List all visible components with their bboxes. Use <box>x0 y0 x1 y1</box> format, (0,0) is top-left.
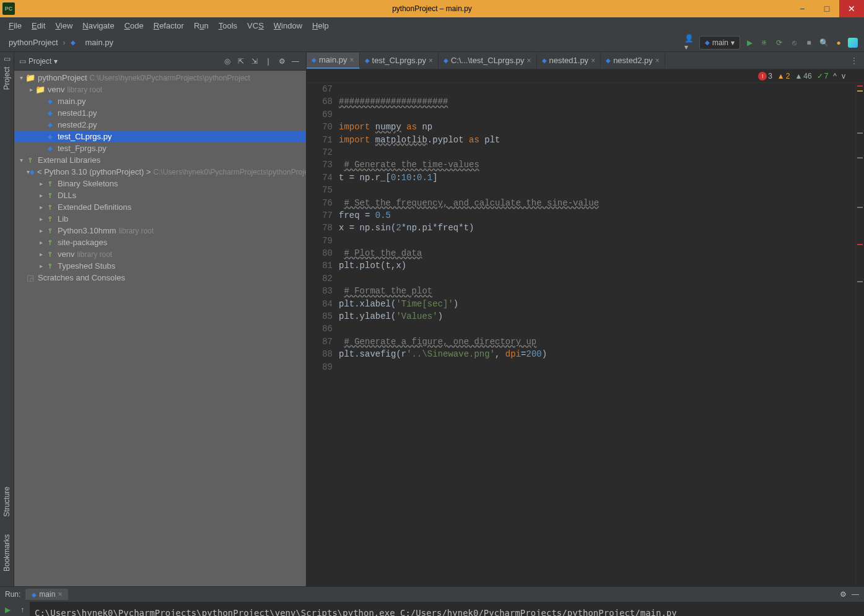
stop-button[interactable]: ■ <box>803 37 814 48</box>
error-count[interactable]: !3 <box>758 72 772 80</box>
structure-tool-tab[interactable]: Structure <box>1 484 12 519</box>
more-icon[interactable]: ⋮ <box>844 56 864 65</box>
menu-edit[interactable]: Edit <box>27 19 50 32</box>
menu-bar: File Edit View Navigate Code Refactor Ru… <box>0 17 864 33</box>
tree-row[interactable]: ▸⫯venvlibrary root <box>14 248 306 260</box>
run-config-label: main <box>712 38 728 47</box>
editor-tab[interactable]: ◆main.py× <box>307 53 360 69</box>
gutter: 6768697071727374757677787980818283848586… <box>307 83 339 586</box>
tree-row[interactable]: ▸⫯Extended Definitions <box>14 201 306 213</box>
close-icon[interactable]: × <box>58 590 62 599</box>
tree-row[interactable]: ▸⫯site-packages <box>14 236 306 248</box>
editor-area: ◆main.py×◆test_CLprgs.py×◆C:\...\test_CL… <box>307 52 864 586</box>
tree-row[interactable]: ▸⫯Python3.10hmmlibrary root <box>14 225 306 236</box>
menu-refactor[interactable]: Refactor <box>149 19 189 32</box>
tree-row[interactable]: ◆main.py <box>14 95 306 107</box>
menu-file[interactable]: File <box>4 19 27 32</box>
collapse-icon[interactable]: ⇲ <box>249 56 260 67</box>
weak-warning-count[interactable]: ▲ 46 <box>795 72 811 80</box>
bookmarks-tool-tab[interactable]: Bookmarks <box>1 532 12 574</box>
close-icon[interactable]: × <box>350 56 354 64</box>
tree-row[interactable]: ▾◆< Python 3.10 (pythonProject) >C:\User… <box>14 166 306 178</box>
debug-button[interactable]: ⛯ <box>759 37 770 48</box>
breadcrumb-file[interactable]: main.py <box>83 37 116 48</box>
up-icon[interactable]: ↑ <box>20 605 24 614</box>
sync-icon[interactable]: ● <box>833 37 844 48</box>
run-tab[interactable]: ◆ main × <box>25 589 68 600</box>
menu-window[interactable]: Window <box>269 19 307 32</box>
warning-count[interactable]: ▲ 2 <box>777 72 790 80</box>
divider: | <box>263 56 274 67</box>
editor-tab[interactable]: ◆nested2.py× <box>601 53 665 69</box>
chevron-up-icon[interactable]: ^ <box>833 72 837 80</box>
python-file-icon: ◆ <box>606 57 611 64</box>
menu-vcs[interactable]: VCS <box>242 19 269 32</box>
tree-row[interactable]: ◲Scratches and Consoles <box>14 272 306 284</box>
python-file-icon: ◆ <box>68 38 78 47</box>
close-icon[interactable]: × <box>429 56 433 65</box>
tree-row[interactable]: ◆nested2.py <box>14 119 306 131</box>
tree-row[interactable]: ▾📁pythonProjectC:\Users\hynek0\PycharmPr… <box>14 72 306 84</box>
expand-icon[interactable]: ⇱ <box>235 56 247 67</box>
hide-icon[interactable]: — <box>290 56 301 67</box>
close-button[interactable]: ✕ <box>839 0 864 17</box>
tree-row[interactable]: ▸⫯DLLs <box>14 189 306 201</box>
menu-view[interactable]: View <box>50 19 77 32</box>
menu-tools[interactable]: Tools <box>214 19 242 32</box>
chevron-right-icon: › <box>63 38 66 47</box>
run-label: Run: <box>5 590 20 599</box>
code-with-me-icon[interactable] <box>848 38 858 48</box>
menu-navigate[interactable]: Navigate <box>77 19 119 32</box>
python-file-icon: ◆ <box>365 57 370 64</box>
close-icon[interactable]: × <box>655 56 660 65</box>
editor-tab[interactable]: ◆C:\...\test_CLprgs.py× <box>439 53 537 69</box>
editor-tab[interactable]: ◆nested1.py× <box>537 53 601 69</box>
run-coverage-button[interactable]: ⟳ <box>774 37 785 48</box>
project-tree[interactable]: ▾📁pythonProjectC:\Users\hynek0\PycharmPr… <box>14 71 306 586</box>
breadcrumb-project[interactable]: pythonProject <box>6 37 61 48</box>
python-file-icon: ◆ <box>312 56 316 63</box>
chevron-down-icon: ▾ <box>54 57 58 66</box>
title-bar: PC pythonProject – main.py − □ ✕ <box>0 0 864 17</box>
tree-row[interactable]: ◆nested1.py <box>14 107 306 119</box>
hide-icon[interactable]: — <box>852 590 859 599</box>
chevron-down-icon: ▾ <box>731 38 735 47</box>
rerun-button[interactable]: ▶ <box>5 605 11 614</box>
user-icon[interactable]: 👤▾ <box>684 37 696 48</box>
menu-code[interactable]: Code <box>120 19 149 32</box>
close-icon[interactable]: × <box>591 56 595 65</box>
project-pane-title[interactable]: ▭ Project ▾ <box>19 57 222 66</box>
target-icon[interactable]: ◎ <box>222 56 233 67</box>
code-content[interactable]: ##################### import numpy as np… <box>339 83 855 586</box>
editor-tab[interactable]: ◆test_CLprgs.py× <box>360 53 439 69</box>
run-config-selector[interactable]: ◆ main ▾ <box>699 36 740 50</box>
folder-icon: ▭ <box>19 57 26 66</box>
code-editor[interactable]: 6768697071727374757677787980818283848586… <box>307 83 864 586</box>
search-icon[interactable]: 🔍 <box>818 37 829 48</box>
tree-row[interactable]: ▸⫯Lib <box>14 213 306 225</box>
tree-row[interactable]: ▸⫯Typeshed Stubs <box>14 260 306 272</box>
tree-row[interactable]: ◆test_Fprgs.py <box>14 142 306 154</box>
maximize-button[interactable]: □ <box>814 0 839 17</box>
run-output[interactable]: C:\Users\hynek0\PycharmProjects\pythonPr… <box>30 602 864 616</box>
gear-icon[interactable]: ⚙ <box>276 56 287 67</box>
typo-count[interactable]: ✓ 7 <box>817 72 829 80</box>
attach-button[interactable]: ⎋ <box>788 37 800 48</box>
tree-row[interactable]: ◆test_CLprgs.py <box>14 131 306 142</box>
tree-row[interactable]: ▸⫯Binary Skeletons <box>14 178 306 189</box>
python-icon: ◆ <box>32 591 37 598</box>
menu-help[interactable]: Help <box>307 19 334 32</box>
close-icon[interactable]: × <box>527 56 531 65</box>
project-pane: ▭ Project ▾ ◎ ⇱ ⇲ | ⚙ — ▾📁pythonProjectC… <box>14 52 307 586</box>
gear-icon[interactable]: ⚙ <box>840 590 847 599</box>
marker-bar[interactable] <box>855 83 864 586</box>
project-tool-tab[interactable]: ▭ Project <box>1 54 12 92</box>
tree-row[interactable]: ▸📁venvlibrary root <box>14 84 306 95</box>
python-icon: ◆ <box>705 39 710 46</box>
run-button[interactable]: ▶ <box>744 37 755 48</box>
minimize-button[interactable]: − <box>790 0 814 17</box>
menu-run[interactable]: Run <box>189 19 214 32</box>
python-file-icon: ◆ <box>542 57 547 64</box>
tree-row[interactable]: ▾⫯External Libraries <box>14 154 306 166</box>
chevron-down-icon[interactable]: v <box>842 72 845 80</box>
